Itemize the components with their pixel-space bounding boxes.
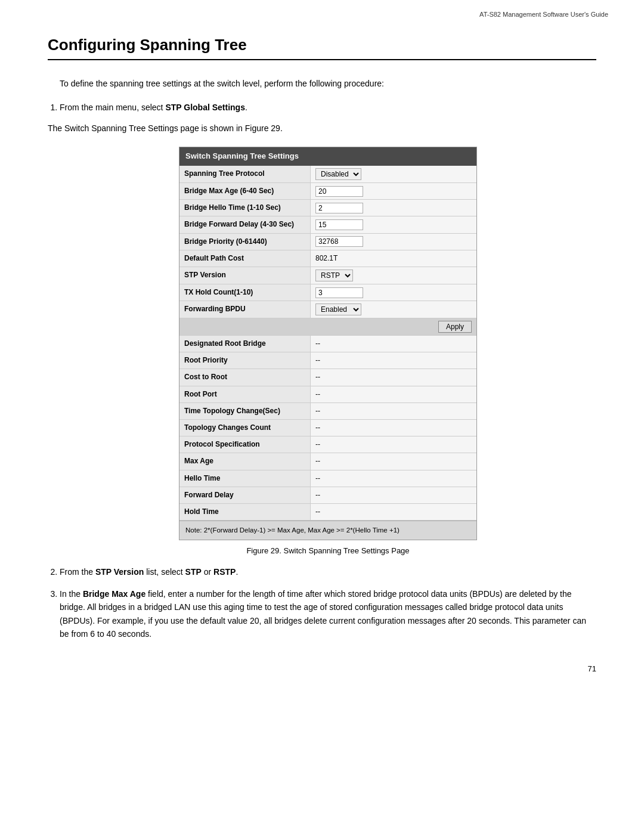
row-stp-version: STP Version RSTP STP	[179, 267, 476, 284]
label-time-topology-change: Time Topology Change(Sec)	[179, 403, 311, 419]
label-bridge-forward-delay: Bridge Forward Delay (4-30 Sec)	[179, 216, 311, 233]
label-root-priority: Root Priority	[179, 352, 311, 368]
select-spanning-tree-protocol[interactable]: Disabled Enabled	[315, 168, 361, 180]
row-forward-delay: Forward Delay --	[179, 487, 476, 504]
row-topology-changes-count: Topology Changes Count --	[179, 420, 476, 436]
header-text: AT-S82 Management Software User's Guide	[479, 11, 608, 18]
value-bridge-max-age	[311, 183, 476, 199]
label-hello-time: Hello Time	[179, 470, 311, 487]
chapter-title: Configuring Spanning Tree	[48, 36, 596, 60]
page-number: 71	[48, 664, 596, 673]
apply-button[interactable]: Apply	[438, 321, 472, 333]
value-bridge-hello-time	[311, 200, 476, 216]
value-tx-hold-count	[311, 284, 476, 301]
row-hold-time: Hold Time --	[179, 504, 476, 521]
row-bridge-hello-time: Bridge Hello Time (1-10 Sec)	[179, 200, 476, 216]
page-header: AT-S82 Management Software User's Guide	[0, 0, 644, 18]
value-topology-changes-count: --	[311, 420, 476, 436]
label-bridge-priority: Bridge Priority (0-61440)	[179, 234, 311, 250]
select-stp-version[interactable]: RSTP STP	[315, 270, 353, 281]
input-tx-hold-count[interactable]	[315, 287, 363, 298]
label-forward-delay: Forward Delay	[179, 487, 311, 503]
value-root-priority: --	[311, 352, 476, 368]
value-protocol-specification: --	[311, 436, 476, 453]
step-1: From the main menu, select STP Global Se…	[60, 101, 596, 557]
input-bridge-max-age[interactable]	[315, 186, 363, 197]
label-tx-hold-count: TX Hold Count(1-10)	[179, 284, 311, 301]
figure-container: Switch Spanning Tree Settings Spanning T…	[60, 147, 596, 557]
apply-row: Apply	[179, 318, 476, 336]
value-forward-delay: --	[311, 487, 476, 503]
label-bridge-hello-time: Bridge Hello Time (1-10 Sec)	[179, 200, 311, 216]
value-max-age: --	[311, 453, 476, 469]
row-time-topology-change: Time Topology Change(Sec) --	[179, 403, 476, 420]
label-protocol-specification: Protocol Specification	[179, 436, 311, 453]
row-forwarding-bpdu: Forwarding BPDU Enabled Disabled	[179, 301, 476, 318]
value-spanning-tree-protocol: Disabled Enabled	[311, 166, 476, 182]
input-bridge-priority[interactable]	[315, 236, 363, 247]
label-default-path-cost: Default Path Cost	[179, 250, 311, 267]
figure-caption: Figure 29. Switch Spanning Tree Settings…	[246, 545, 409, 558]
row-spanning-tree-protocol: Spanning Tree Protocol Disabled Enabled	[179, 166, 476, 183]
step-3: In the Bridge Max Age field, enter a num…	[60, 587, 596, 641]
label-root-port: Root Port	[179, 386, 311, 402]
row-bridge-forward-delay: Bridge Forward Delay (4-30 Sec)	[179, 216, 476, 233]
row-hello-time: Hello Time --	[179, 470, 476, 487]
row-tx-hold-count: TX Hold Count(1-10)	[179, 284, 476, 301]
value-forwarding-bpdu: Enabled Disabled	[311, 301, 476, 318]
table-title: Switch Spanning Tree Settings	[179, 147, 476, 166]
value-cost-to-root: --	[311, 369, 476, 385]
value-hold-time: --	[311, 504, 476, 520]
row-designated-root-bridge: Designated Root Bridge --	[179, 336, 476, 352]
value-bridge-priority	[311, 234, 476, 250]
row-bridge-priority: Bridge Priority (0-61440)	[179, 234, 476, 250]
value-bridge-forward-delay	[311, 216, 476, 233]
label-max-age: Max Age	[179, 453, 311, 469]
settings-table: Switch Spanning Tree Settings Spanning T…	[179, 147, 477, 540]
label-spanning-tree-protocol: Spanning Tree Protocol	[179, 166, 311, 182]
label-topology-changes-count: Topology Changes Count	[179, 420, 311, 436]
value-root-port: --	[311, 386, 476, 402]
row-root-port: Root Port --	[179, 386, 476, 403]
value-time-topology-change: --	[311, 403, 476, 419]
label-stp-version: STP Version	[179, 267, 311, 284]
row-default-path-cost: Default Path Cost 802.1T	[179, 250, 476, 267]
label-hold-time: Hold Time	[179, 504, 311, 520]
intro-paragraph: To define the spanning tree settings at …	[60, 77, 596, 90]
figure-intro: The Switch Spanning Tree Settings page i…	[48, 122, 596, 135]
row-cost-to-root: Cost to Root --	[179, 369, 476, 386]
row-root-priority: Root Priority --	[179, 352, 476, 369]
step-2: From the STP Version list, select STP or…	[60, 565, 596, 578]
row-protocol-specification: Protocol Specification --	[179, 436, 476, 453]
table-note: Note: 2*(Forward Delay-1) >= Max Age, Ma…	[179, 521, 476, 539]
row-bridge-max-age: Bridge Max Age (6-40 Sec)	[179, 183, 476, 200]
select-forwarding-bpdu[interactable]: Enabled Disabled	[315, 304, 361, 315]
input-bridge-forward-delay[interactable]	[315, 219, 363, 230]
label-cost-to-root: Cost to Root	[179, 369, 311, 385]
value-hello-time: --	[311, 470, 476, 487]
row-max-age: Max Age --	[179, 453, 476, 470]
input-bridge-hello-time[interactable]	[315, 203, 363, 213]
label-designated-root-bridge: Designated Root Bridge	[179, 336, 311, 352]
value-designated-root-bridge: --	[311, 336, 476, 352]
value-stp-version: RSTP STP	[311, 267, 476, 284]
label-bridge-max-age: Bridge Max Age (6-40 Sec)	[179, 183, 311, 199]
value-default-path-cost: 802.1T	[311, 250, 476, 267]
label-forwarding-bpdu: Forwarding BPDU	[179, 301, 311, 318]
